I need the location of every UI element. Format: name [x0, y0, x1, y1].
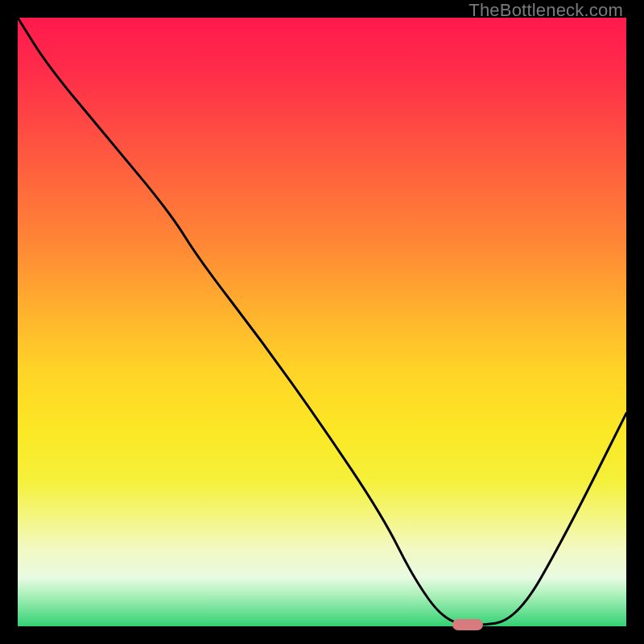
- optimal-marker: [452, 619, 483, 630]
- watermark-text: TheBottleneck.com: [469, 2, 623, 19]
- chart-plot-area: [18, 18, 626, 626]
- chart-frame: TheBottleneck.com: [0, 0, 644, 644]
